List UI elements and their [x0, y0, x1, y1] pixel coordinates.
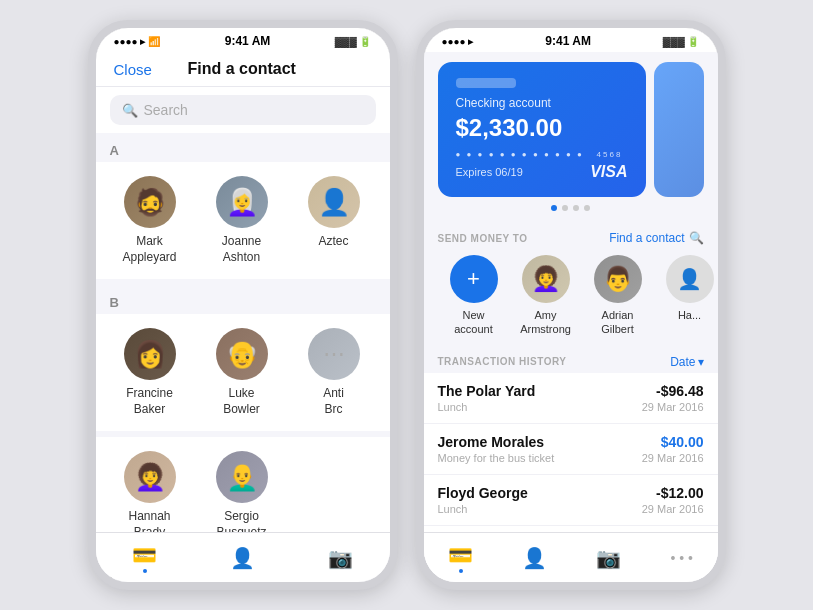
- avatar-joanne: 👩‍🦳: [216, 176, 268, 228]
- tx-floyd-george[interactable]: Floyd George -$12.00 Lunch 29 Mar 2016: [424, 475, 718, 526]
- dot-1: [551, 205, 557, 211]
- search-input[interactable]: Search: [144, 102, 188, 118]
- card-bottom: Expires 06/19 VISA: [456, 163, 628, 181]
- tx-polar-yard[interactable]: The Polar Yard -$96.48 Lunch 29 Mar 2016: [424, 373, 718, 424]
- send-money-label: SEND MONEY TO: [438, 233, 528, 244]
- recipient-name-partial: Ha...: [678, 308, 701, 322]
- status-bar-right: ●●●● ▸ 9:41 AM ▓▓▓ 🔋: [424, 28, 718, 52]
- avatar-sergio: 👨‍🦲: [216, 451, 268, 503]
- tx-top-row2: Jerome Morales $40.00: [438, 434, 704, 450]
- tx-top-row3: Floyd George -$12.00: [438, 485, 704, 501]
- avatar-mark: 🧔: [124, 176, 176, 228]
- recipient-new-account[interactable]: + Newaccount: [438, 255, 510, 337]
- dot-4: [584, 205, 590, 211]
- avatar-adrian: 👨: [594, 255, 642, 303]
- card-blur-element: [456, 78, 516, 88]
- page-title: Find a contact: [187, 60, 295, 78]
- section-b-label: B: [96, 285, 390, 314]
- section-a-grid: 🧔 MarkAppleyard 👩‍🦳 JoanneAshton 👤 Aztec: [96, 162, 390, 279]
- contact-mark-appleyard[interactable]: 🧔 MarkAppleyard: [106, 166, 194, 275]
- tx-date-jerome: 29 Mar 2016: [642, 452, 704, 464]
- left-phone: ●●●● ▸ 📶 9:41 AM ▓▓▓ 🔋 Close Find a cont…: [88, 20, 398, 590]
- signal-icons-right: ●●●● ▸: [442, 36, 474, 47]
- second-card-partial: [654, 62, 704, 197]
- tx-jerome-morales[interactable]: Jerome Morales $40.00 Money for the bus …: [424, 424, 718, 475]
- signal-icons: ●●●● ▸ 📶: [114, 36, 161, 47]
- cards-icon-left: 💳: [132, 543, 157, 567]
- avatar-luke: 👴: [216, 328, 268, 380]
- active-indicator: [143, 569, 147, 573]
- avatar-aztec: 👤: [308, 176, 360, 228]
- tx-desc-jerome: Money for the bus ticket: [438, 452, 555, 464]
- date-filter[interactable]: Date ▾: [670, 355, 703, 369]
- active-indicator-right: [459, 569, 463, 573]
- contacts-icon-left: 👤: [230, 546, 255, 570]
- card-balance: $2,330.00: [456, 114, 628, 142]
- nav-camera-left[interactable]: 📷: [316, 540, 365, 576]
- checking-card[interactable]: Checking account $2,330.00 ● ● ● ● ● ● ●…: [438, 62, 646, 197]
- cards-icon-right: 💳: [448, 543, 473, 567]
- tx-amount-polar: -$96.48: [656, 383, 703, 399]
- contact-header: Close Find a contact: [96, 52, 390, 87]
- section-a-label: A: [96, 133, 390, 162]
- contact-name-mark: MarkAppleyard: [122, 234, 176, 265]
- recipient-partial: 👤 Ha...: [654, 255, 718, 337]
- tx-top-row: The Polar Yard -$96.48: [438, 383, 704, 399]
- avatar-francine: 👩: [124, 328, 176, 380]
- recipient-name-adrian: AdrianGilbert: [601, 308, 633, 337]
- card-number-dots: ● ● ● ● ● ● ● ● ● ● ● ● 4568: [456, 150, 628, 159]
- dot-2: [562, 205, 568, 211]
- tx-name-jerome: Jerome Morales: [438, 434, 545, 450]
- dot-indicators: [438, 205, 704, 211]
- nav-cards-right[interactable]: 💳: [436, 537, 485, 579]
- recipient-name-new: Newaccount: [454, 308, 493, 337]
- search-icon-link: 🔍: [689, 231, 704, 245]
- nav-cards-left[interactable]: 💳: [120, 537, 169, 579]
- nav-camera-right[interactable]: 📷: [584, 540, 633, 576]
- tx-amount-floyd: -$12.00: [656, 485, 703, 501]
- tx-date-polar: 29 Mar 2016: [642, 401, 704, 413]
- card-account-type: Checking account: [456, 96, 628, 110]
- tx-desc-polar: Lunch: [438, 401, 468, 413]
- find-contact-link[interactable]: Find a contact 🔍: [609, 231, 703, 245]
- search-bar[interactable]: 🔍 Search: [110, 95, 376, 125]
- contact-joanne-ashton[interactable]: 👩‍🦳 JoanneAshton: [198, 166, 286, 275]
- battery-right: ▓▓▓ 🔋: [663, 36, 700, 47]
- contacts-scroll[interactable]: A 🧔 MarkAppleyard 👩‍🦳 JoanneAshton: [96, 133, 390, 582]
- tx-date-floyd: 29 Mar 2016: [642, 503, 704, 515]
- avatar-partial: 👤: [666, 255, 714, 303]
- tx-bottom-row: Lunch 29 Mar 2016: [438, 401, 704, 413]
- contact-name-anti: AntiBrc: [323, 386, 344, 417]
- phones-container: ●●●● ▸ 📶 9:41 AM ▓▓▓ 🔋 Close Find a cont…: [88, 20, 726, 590]
- close-button[interactable]: Close: [114, 61, 152, 78]
- nav-more-right[interactable]: • • •: [658, 544, 704, 572]
- more-icon-right: • • •: [670, 550, 692, 566]
- contact-name-aztec: Aztec: [318, 234, 348, 250]
- time-right: 9:41 AM: [545, 34, 591, 48]
- tx-desc-floyd: Lunch: [438, 503, 468, 515]
- camera-icon-left: 📷: [328, 546, 353, 570]
- recipient-adrian[interactable]: 👨 AdrianGilbert: [582, 255, 654, 337]
- contact-francine-baker[interactable]: 👩 FrancineBaker: [106, 318, 194, 427]
- recipient-amy[interactable]: 👩‍🦱 AmyArmstrong: [510, 255, 582, 337]
- avatar-anti: ⋯: [308, 328, 360, 380]
- tx-amount-jerome: $40.00: [661, 434, 704, 450]
- contact-aztec[interactable]: 👤 Aztec: [290, 166, 378, 275]
- right-phone-content: Checking account $2,330.00 ● ● ● ● ● ● ●…: [424, 52, 718, 582]
- search-icon: 🔍: [122, 103, 138, 118]
- section-b-grid: 👩 FrancineBaker 👴 LukeBowler ⋯ AntiBrc: [96, 314, 390, 431]
- nav-contacts-left[interactable]: 👤: [218, 540, 267, 576]
- tx-bottom-row2: Money for the bus ticket 29 Mar 2016: [438, 452, 704, 464]
- card-carousel: Checking account $2,330.00 ● ● ● ● ● ● ●…: [424, 52, 718, 221]
- camera-icon-right: 📷: [596, 546, 621, 570]
- bottom-nav-left: 💳 👤 📷: [96, 532, 390, 582]
- contact-luke-bowler[interactable]: 👴 LukeBowler: [198, 318, 286, 427]
- tx-name-floyd: Floyd George: [438, 485, 528, 501]
- avatar-amy: 👩‍🦱: [522, 255, 570, 303]
- contact-anti[interactable]: ⋯ AntiBrc: [290, 318, 378, 427]
- battery-left: ▓▓▓ 🔋: [335, 36, 372, 47]
- tx-name-polar: The Polar Yard: [438, 383, 536, 399]
- nav-contacts-right[interactable]: 👤: [510, 540, 559, 576]
- chevron-down-icon: ▾: [698, 355, 704, 369]
- contact-name-joanne: JoanneAshton: [222, 234, 261, 265]
